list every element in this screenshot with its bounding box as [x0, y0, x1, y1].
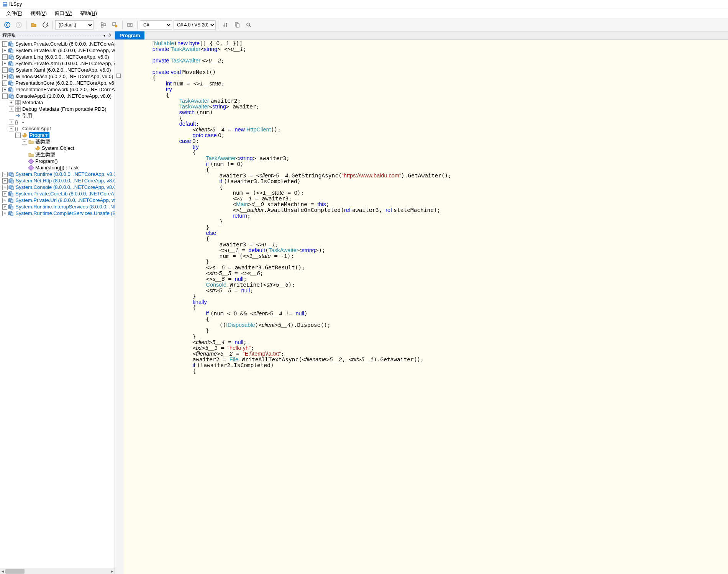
collapse-button[interactable] [98, 20, 108, 30]
meta-icon [15, 106, 21, 112]
scroll-right-icon[interactable]: ▶ [109, 568, 115, 574]
svg-rect-24 [11, 56, 13, 59]
view-combo[interactable]: C# [140, 20, 172, 30]
method-icon [28, 165, 34, 171]
tree-row[interactable]: +Debug Metadata (From portable PDB) [1, 106, 115, 112]
tree-row[interactable]: +System.Runtime (8.0.0.0, .NETCoreApp, v… [1, 171, 115, 177]
expand-icon[interactable]: + [2, 198, 7, 203]
refresh-button[interactable] [40, 20, 50, 30]
expand-icon[interactable]: + [9, 120, 14, 125]
tree-row[interactable]: 引用 [1, 112, 115, 119]
sort-button[interactable] [221, 20, 231, 30]
expand-icon[interactable]: + [2, 87, 7, 92]
asm-icon [8, 54, 15, 60]
tree-row[interactable]: −Program [1, 132, 115, 138]
svg-point-56 [23, 133, 24, 135]
scroll-thumb[interactable] [5, 569, 25, 574]
expand-icon[interactable]: + [2, 54, 8, 60]
tree-row[interactable]: +System.Runtime.InteropServices (8.0.0.0… [1, 203, 115, 210]
pin-icon[interactable] [107, 33, 112, 38]
assembly-tree[interactable]: +System.Private.CoreLib (6.0.0.0, .NETCo… [0, 40, 115, 568]
menu-window[interactable]: 窗口(W) [51, 9, 76, 18]
expand-icon[interactable]: + [2, 74, 8, 79]
tree-row[interactable]: +System.Private.Uri (8.0.0.0, .NETCoreAp… [1, 197, 115, 203]
sidebar: 程序集 ····································… [0, 31, 115, 574]
collapse-icon[interactable]: − [2, 93, 8, 99]
tree-label: PresentationCore (6.0.2.0, .NETCoreApp, … [15, 80, 115, 86]
expand-icon[interactable]: + [2, 204, 7, 210]
svg-rect-27 [11, 63, 13, 66]
menu-help[interactable]: 帮助(H) [76, 9, 101, 18]
tree-row[interactable]: 派生类型 [1, 151, 115, 158]
scroll-left-icon[interactable]: ◀ [0, 568, 5, 574]
expand-icon[interactable]: + [2, 185, 8, 190]
tree-label: System.Object [42, 145, 74, 151]
collapse-icon[interactable]: − [22, 139, 27, 144]
forward-button[interactable] [14, 20, 24, 30]
search-button[interactable] [244, 20, 254, 30]
tree-row[interactable]: +System.Private.CoreLib (6.0.0.0, .NETCo… [1, 41, 115, 47]
svg-rect-59 [28, 158, 34, 164]
panel-dropdown-icon[interactable]: ▾ [103, 34, 105, 38]
tree-spacer [28, 146, 34, 151]
expand-icon[interactable]: + [2, 48, 7, 53]
expand-icon[interactable]: + [2, 211, 7, 216]
tree-row[interactable]: +System.Xaml (6.0.2.0, .NETCoreApp, v6.0… [1, 67, 115, 73]
open-button[interactable] [29, 20, 39, 30]
fold-icon[interactable]: − [116, 74, 121, 78]
asm-icon [8, 184, 15, 190]
tree-row[interactable]: Program() [1, 158, 115, 164]
tree-row[interactable]: +PresentationCore (6.0.2.0, .NETCoreApp,… [1, 80, 115, 86]
ns-icon: {} [15, 119, 21, 125]
tree-row[interactable]: +Metadata [1, 99, 115, 106]
tree-row[interactable]: −基类型 [1, 138, 115, 145]
tree-row[interactable]: +System.Runtime.CompilerServices.Unsafe … [1, 210, 115, 216]
tree-row[interactable]: +System.Console (8.0.0.0, .NETCoreApp, v… [1, 184, 115, 190]
expand-icon[interactable]: + [9, 100, 14, 105]
expand-icon[interactable]: + [2, 61, 7, 66]
svg-point-58 [36, 146, 37, 148]
tree-label: 派生类型 [35, 151, 55, 158]
expand-icon[interactable]: + [2, 172, 8, 177]
tree-row[interactable]: +WindowsBase (6.0.2.0, .NETCoreApp, v6.0… [1, 73, 115, 80]
method-icon [28, 158, 34, 164]
collapse-icon[interactable]: − [15, 133, 21, 138]
language-combo[interactable]: (Default) [55, 20, 93, 30]
tree-row[interactable]: Main(string[]) : Task [1, 164, 115, 171]
collapse-icon[interactable]: − [9, 126, 14, 131]
copy-button[interactable] [232, 20, 242, 30]
tree-row[interactable]: +System.Linq (6.0.0.0, .NETCoreApp, v6.0… [1, 54, 115, 60]
tree-row[interactable]: +System.Private.CoreLib (8.0.0.0, .NETCo… [1, 190, 115, 197]
menu-view[interactable]: 视图(V) [26, 9, 51, 18]
expand-icon[interactable]: + [2, 191, 7, 197]
tab-program[interactable]: Program [115, 31, 144, 39]
expand-icon[interactable]: + [2, 178, 8, 184]
tree-row[interactable]: −ConsoleApp1 (1.0.0.0, .NETCoreApp, v8.0… [1, 93, 115, 99]
expand-icon[interactable]: + [2, 80, 7, 86]
expand-icon[interactable]: + [9, 107, 14, 112]
back-button[interactable] [2, 20, 12, 30]
svg-rect-63 [11, 174, 13, 177]
expand-icon[interactable]: + [2, 41, 7, 47]
private-button[interactable] [110, 20, 120, 30]
tree-row[interactable]: +System.Net.Http (8.0.0.0, .NETCoreApp, … [1, 177, 115, 184]
tree-row[interactable]: +{}- [1, 119, 115, 125]
tree-row[interactable]: System.Object [1, 145, 115, 151]
expand-icon[interactable]: + [2, 67, 8, 73]
nuget-button[interactable] [125, 20, 135, 30]
asm-icon [8, 197, 14, 203]
tree-row[interactable]: +System.Private.Uri (6.0.0.0, .NETCoreAp… [1, 47, 115, 54]
menu-file[interactable]: 文件(F) [2, 9, 26, 18]
svg-text:{}: {} [15, 120, 18, 125]
code-text: [Nullable(new byte[] { 0, 1 })] private … [123, 40, 728, 574]
app-title: ILSpy [9, 1, 22, 7]
horizontal-scrollbar[interactable]: ◀ ▶ [0, 568, 115, 574]
version-combo[interactable]: C# 4.0 / VS 2010 [174, 20, 216, 30]
tree-row[interactable]: +System.Private.Xml (6.0.0.0, .NETCoreAp… [1, 60, 115, 67]
svg-rect-36 [11, 82, 13, 85]
tree-spacer [22, 152, 27, 157]
app-icon [2, 2, 8, 7]
tree-row[interactable]: −{}ConsoleApp1 [1, 125, 115, 132]
tree-row[interactable]: +PresentationFramework (6.0.2.0, .NETCor… [1, 86, 115, 93]
code-viewer[interactable]: − [Nullable(new byte[] { 0, 1 })] privat… [115, 40, 728, 574]
